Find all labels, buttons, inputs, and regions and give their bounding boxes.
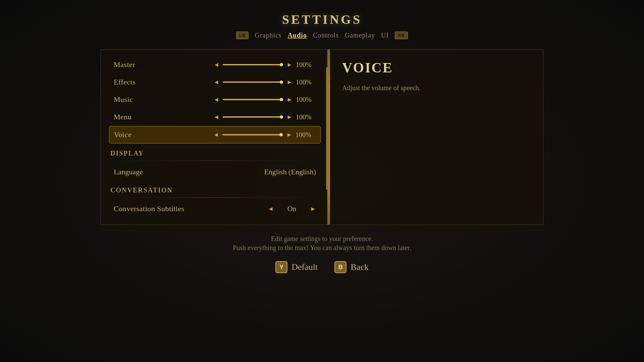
display-section-header: DISPLAY bbox=[109, 149, 321, 157]
setting-row-music[interactable]: Music ◄ ► 100% bbox=[109, 91, 321, 108]
back-button[interactable]: B Back bbox=[334, 261, 368, 273]
menu-arrow-left[interactable]: ◄ bbox=[213, 114, 219, 121]
master-thumb bbox=[280, 63, 283, 66]
effects-arrow-left[interactable]: ◄ bbox=[213, 79, 219, 86]
effects-slider-container: ◄ ► 100% bbox=[213, 78, 316, 86]
music-track bbox=[223, 99, 283, 100]
voice-thumb bbox=[279, 133, 283, 136]
tab-controls[interactable]: Controls bbox=[313, 32, 339, 39]
master-track bbox=[223, 64, 283, 65]
effects-fill bbox=[223, 81, 283, 83]
lb-button[interactable]: LB bbox=[236, 32, 249, 39]
subtitles-arrow-left[interactable]: ◄ bbox=[268, 205, 274, 213]
footer-hint1: Edit game settings to your preference. bbox=[233, 235, 411, 243]
conversation-section-header: CONVERSATION bbox=[109, 186, 321, 194]
tab-graphics[interactable]: Graphics bbox=[255, 32, 281, 39]
scroll-indicator[interactable] bbox=[326, 50, 329, 225]
page-title: SETTINGS bbox=[236, 12, 408, 27]
voice-fill bbox=[222, 134, 283, 135]
setting-row-subtitles[interactable]: Conversation Subtitles ◄ On ► bbox=[109, 200, 321, 217]
master-arrow-right[interactable]: ► bbox=[286, 61, 292, 68]
effects-arrow-right[interactable]: ► bbox=[286, 79, 292, 86]
subtitles-value: On bbox=[278, 204, 305, 213]
menu-slider-container: ◄ ► 100% bbox=[213, 113, 316, 121]
menu-arrow-right[interactable]: ► bbox=[286, 114, 292, 121]
left-panel: Master ◄ ► 100% Effects ◄ bbox=[101, 49, 329, 225]
tabs-bar: LB Graphics Audio Controls Gameplay UI R… bbox=[236, 32, 408, 39]
footer-buttons: Y Default B Back bbox=[233, 261, 411, 273]
master-arrow-left[interactable]: ◄ bbox=[213, 61, 219, 68]
subtitles-label: Conversation Subtitles bbox=[114, 204, 268, 213]
default-button[interactable]: Y Default bbox=[275, 261, 318, 273]
voice-slider-container: ◄ ► 100% bbox=[213, 131, 316, 139]
effects-value: 100% bbox=[296, 78, 316, 86]
music-thumb bbox=[280, 98, 283, 101]
back-badge: B bbox=[334, 261, 346, 273]
subtitles-arrow-right[interactable]: ► bbox=[310, 205, 316, 213]
voice-track bbox=[222, 134, 283, 135]
voice-arrow-right[interactable]: ► bbox=[286, 131, 292, 138]
music-label: Music bbox=[114, 95, 213, 104]
back-label: Back bbox=[351, 262, 368, 272]
left-panel-inner: Master ◄ ► 100% Effects ◄ bbox=[109, 56, 321, 217]
language-label: Language bbox=[114, 168, 264, 176]
conversation-divider bbox=[109, 197, 321, 198]
menu-track bbox=[223, 116, 283, 118]
effects-track bbox=[223, 81, 283, 83]
voice-arrow-left[interactable]: ◄ bbox=[213, 131, 219, 138]
settings-page: SETTINGS LB Graphics Audio Controls Game… bbox=[0, 0, 644, 362]
music-slider-container: ◄ ► 100% bbox=[213, 96, 316, 104]
effects-thumb bbox=[280, 80, 283, 84]
language-value: English (English) bbox=[264, 168, 316, 176]
right-panel-description: Adjust the volume of speech. bbox=[342, 82, 530, 93]
tab-gameplay[interactable]: Gameplay bbox=[345, 32, 375, 39]
menu-value: 100% bbox=[296, 113, 316, 121]
display-divider bbox=[109, 161, 321, 161]
content-area: Master ◄ ► 100% Effects ◄ bbox=[101, 49, 543, 225]
scroll-thumb bbox=[326, 67, 329, 189]
menu-label: Menu bbox=[114, 113, 213, 121]
master-label: Master bbox=[114, 60, 213, 69]
music-arrow-left[interactable]: ◄ bbox=[213, 96, 219, 103]
menu-fill bbox=[223, 116, 283, 118]
tab-audio[interactable]: Audio bbox=[288, 32, 307, 39]
menu-thumb bbox=[280, 115, 283, 119]
setting-row-effects[interactable]: Effects ◄ ► 100% bbox=[109, 74, 321, 90]
effects-label: Effects bbox=[114, 78, 213, 86]
master-value: 100% bbox=[296, 61, 316, 69]
setting-row-voice[interactable]: Voice ◄ ► 100% bbox=[109, 126, 321, 143]
setting-row-menu[interactable]: Menu ◄ ► 100% bbox=[109, 109, 321, 125]
header: SETTINGS LB Graphics Audio Controls Game… bbox=[236, 12, 408, 39]
music-arrow-right[interactable]: ► bbox=[286, 96, 292, 103]
music-value: 100% bbox=[296, 96, 316, 104]
master-fill bbox=[223, 64, 283, 65]
tab-ui[interactable]: UI bbox=[381, 32, 389, 39]
right-panel-title: VOICE bbox=[342, 60, 530, 76]
language-row[interactable]: Language English (English) bbox=[109, 164, 321, 180]
footer-hint2: Push everything to the max! You can alwa… bbox=[233, 244, 411, 252]
default-label: Default bbox=[291, 262, 318, 272]
footer: Edit game settings to your preference. P… bbox=[233, 235, 411, 273]
master-slider-container: ◄ ► 100% bbox=[213, 61, 316, 69]
setting-row-master[interactable]: Master ◄ ► 100% bbox=[109, 56, 321, 73]
voice-value: 100% bbox=[296, 131, 316, 139]
subtitles-container: ◄ On ► bbox=[268, 204, 316, 213]
voice-label: Voice bbox=[114, 130, 213, 139]
right-panel: VOICE Adjust the volume of speech. bbox=[329, 49, 543, 225]
rb-button[interactable]: RB bbox=[395, 32, 408, 39]
default-badge: Y bbox=[275, 261, 287, 273]
music-fill bbox=[223, 99, 283, 100]
